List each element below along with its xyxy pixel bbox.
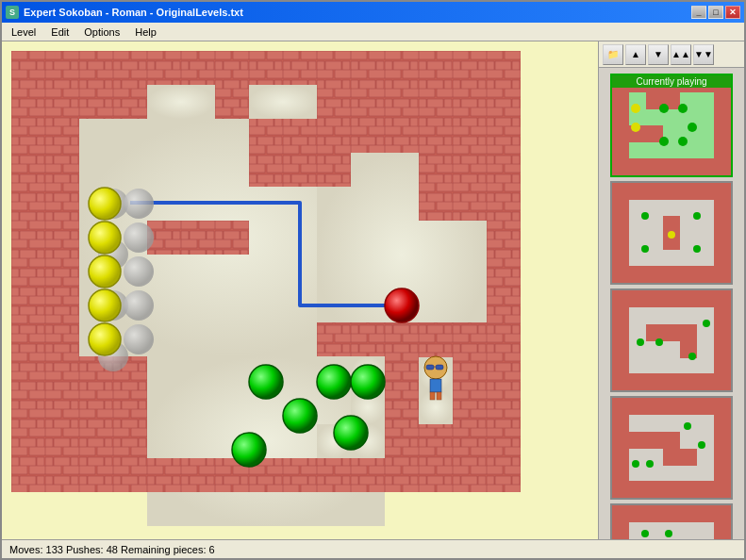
svg-rect-176 bbox=[714, 183, 731, 283]
svg-rect-65 bbox=[487, 322, 521, 356]
svg-point-191 bbox=[655, 338, 663, 346]
menu-bar: Level Edit Options Help bbox=[2, 23, 744, 41]
svg-rect-62 bbox=[385, 322, 419, 356]
svg-rect-85 bbox=[385, 424, 419, 458]
svg-rect-27 bbox=[487, 51, 521, 85]
svg-rect-116 bbox=[419, 153, 453, 187]
svg-rect-55 bbox=[45, 255, 79, 288]
svg-rect-70 bbox=[385, 356, 419, 390]
svg-rect-36 bbox=[419, 85, 453, 119]
svg-rect-91 bbox=[79, 458, 113, 492]
svg-rect-184 bbox=[612, 290, 731, 307]
svg-rect-151 bbox=[436, 365, 443, 370]
svg-rect-48 bbox=[11, 187, 45, 221]
svg-rect-150 bbox=[426, 365, 434, 370]
level-list[interactable]: Currently playing bbox=[599, 68, 744, 539]
svg-point-142 bbox=[249, 365, 283, 399]
svg-point-192 bbox=[688, 353, 696, 360]
svg-rect-20 bbox=[249, 51, 283, 85]
level-item-5[interactable] bbox=[610, 503, 733, 539]
level-item-4[interactable] bbox=[610, 396, 733, 500]
svg-rect-118 bbox=[419, 187, 453, 221]
menu-help[interactable]: Help bbox=[127, 25, 164, 40]
svg-rect-84 bbox=[113, 424, 147, 458]
svg-rect-50 bbox=[487, 187, 521, 221]
last-level-button[interactable]: ▼▼ bbox=[693, 44, 714, 65]
svg-rect-196 bbox=[612, 481, 731, 498]
menu-edit[interactable]: Edit bbox=[43, 25, 76, 40]
svg-point-170 bbox=[631, 104, 640, 113]
svg-rect-86 bbox=[419, 424, 453, 458]
svg-rect-88 bbox=[487, 424, 521, 458]
svg-rect-59 bbox=[487, 288, 521, 322]
menu-options[interactable]: Options bbox=[76, 25, 127, 40]
svg-rect-23 bbox=[351, 51, 385, 85]
svg-rect-100 bbox=[385, 458, 419, 492]
svg-rect-33 bbox=[317, 85, 351, 119]
svg-rect-173 bbox=[612, 183, 731, 200]
svg-point-133 bbox=[89, 255, 121, 288]
svg-rect-29 bbox=[45, 85, 79, 119]
svg-point-168 bbox=[678, 137, 688, 146]
svg-rect-105 bbox=[181, 221, 215, 255]
svg-rect-41 bbox=[385, 119, 419, 153]
prev-level-button[interactable]: ▲ bbox=[625, 44, 646, 65]
svg-point-211 bbox=[665, 530, 672, 537]
svg-rect-49 bbox=[45, 187, 79, 221]
svg-rect-60 bbox=[11, 322, 45, 356]
svg-rect-17 bbox=[147, 51, 181, 85]
level-preview-3 bbox=[612, 290, 731, 390]
svg-rect-74 bbox=[11, 390, 45, 424]
level-item-2[interactable] bbox=[610, 181, 733, 285]
maximize-button[interactable]: □ bbox=[708, 6, 723, 19]
svg-point-136 bbox=[124, 189, 154, 219]
level-preview-5 bbox=[612, 505, 731, 539]
app-icon: S bbox=[6, 6, 19, 19]
svg-point-181 bbox=[693, 245, 701, 253]
svg-rect-113 bbox=[317, 153, 351, 187]
svg-point-147 bbox=[351, 365, 385, 399]
svg-rect-34 bbox=[351, 85, 385, 119]
svg-rect-126 bbox=[453, 390, 487, 424]
svg-point-139 bbox=[124, 290, 154, 321]
svg-rect-112 bbox=[283, 153, 317, 187]
svg-rect-56 bbox=[487, 255, 521, 288]
svg-rect-117 bbox=[453, 153, 487, 187]
svg-rect-94 bbox=[181, 458, 215, 492]
level-item-3[interactable] bbox=[610, 288, 733, 392]
first-level-button[interactable]: ▲▲ bbox=[671, 44, 691, 65]
currently-playing-label: Currently playing bbox=[612, 75, 731, 88]
svg-rect-98 bbox=[317, 458, 351, 492]
svg-rect-45 bbox=[11, 153, 45, 187]
minimize-button[interactable]: _ bbox=[691, 6, 706, 19]
svg-rect-199 bbox=[629, 432, 680, 449]
svg-rect-32 bbox=[215, 85, 249, 119]
svg-rect-114 bbox=[317, 322, 351, 356]
svg-rect-187 bbox=[714, 290, 731, 390]
svg-rect-35 bbox=[385, 85, 419, 119]
svg-rect-75 bbox=[45, 390, 79, 424]
level-preview-1 bbox=[612, 75, 731, 175]
svg-point-131 bbox=[89, 188, 121, 220]
open-button[interactable]: 📁 bbox=[603, 44, 623, 65]
svg-point-190 bbox=[637, 338, 644, 346]
svg-rect-31 bbox=[113, 85, 147, 119]
window-title: Expert Sokoban - Roman - OriginalLevels.… bbox=[24, 7, 691, 18]
svg-rect-14 bbox=[45, 51, 79, 85]
menu-level[interactable]: Level bbox=[4, 25, 43, 40]
svg-rect-161 bbox=[612, 158, 731, 175]
svg-rect-78 bbox=[385, 390, 419, 424]
svg-rect-24 bbox=[385, 51, 419, 85]
next-level-button[interactable]: ▼ bbox=[648, 44, 669, 65]
svg-point-193 bbox=[703, 320, 710, 327]
svg-rect-175 bbox=[612, 183, 629, 283]
main-window: S Expert Sokoban - Roman - OriginalLevel… bbox=[0, 0, 746, 560]
level-item-1[interactable]: Currently playing bbox=[610, 74, 733, 177]
svg-rect-66 bbox=[11, 356, 45, 390]
svg-rect-57 bbox=[11, 288, 45, 322]
svg-point-134 bbox=[89, 289, 121, 321]
level-preview-2 bbox=[612, 183, 731, 283]
svg-rect-58 bbox=[45, 288, 79, 322]
close-button[interactable]: ✕ bbox=[725, 6, 740, 19]
svg-rect-197 bbox=[612, 398, 629, 498]
